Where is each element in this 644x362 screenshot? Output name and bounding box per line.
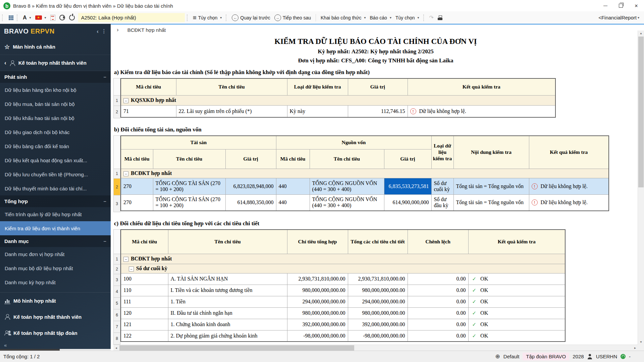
- sidebar-item-ke-toan-thanh-vien[interactable]: Kế toán hợp nhất thành viên: [0, 309, 111, 325]
- scroll-left-arrow[interactable]: ◄: [113, 345, 119, 351]
- cell-content[interactable]: Tổng tài sản = Tổng nguồn vốn: [453, 178, 529, 194]
- sidebar-item-khau-hao-tai-san[interactable]: Dữ liệu khấu hao tài sản nội bộ: [0, 111, 111, 125]
- sidebar-item-bang-can-doi[interactable]: Dữ liệu bảng cân đối kế toán: [0, 139, 111, 153]
- cell-result[interactable]: Dữ liệu không hợp lệ.: [408, 105, 555, 117]
- share-button[interactable]: [427, 13, 436, 22]
- collapse-box-icon[interactable]: −: [123, 257, 128, 262]
- cell-asset-value[interactable]: 614,880,350,000: [225, 194, 276, 211]
- table-row[interactable]: 110 I. Tiền và các khoản tương đương tiề…: [121, 285, 565, 296]
- cell-code[interactable]: 111: [121, 296, 168, 307]
- cell-value[interactable]: 112,746.15: [348, 105, 408, 117]
- vertical-scrollbar[interactable]: ▲ ▼: [638, 31, 644, 345]
- cell-name[interactable]: 1. Tiền: [168, 296, 287, 307]
- sidebar-menu-icon[interactable]: [102, 28, 107, 35]
- group-row-bcdkt[interactable]: −BCĐKT hợp nhất: [121, 169, 609, 178]
- toolbar-drag-handle[interactable]: [423, 14, 425, 21]
- cell-result[interactable]: OK: [468, 273, 565, 285]
- sidebar-collapse-button[interactable]: «: [0, 341, 111, 349]
- cell-diff[interactable]: 0.00: [408, 330, 468, 342]
- cell-code[interactable]: 122: [121, 330, 168, 342]
- cell-result[interactable]: OK: [468, 285, 565, 296]
- cell-diff[interactable]: 0.00: [408, 319, 468, 330]
- horizontal-scroll-thumb[interactable]: [119, 345, 354, 351]
- cell-detail[interactable]: 980,000,000,000.00: [348, 307, 408, 319]
- table-row[interactable]: 270 TỔNG CỘNG TÀI SẢN (270 = 100 + 200) …: [121, 194, 609, 211]
- back-button[interactable]: Quay lại trước: [230, 13, 272, 22]
- unit-selector-field[interactable]: [78, 13, 185, 22]
- cell-detail[interactable]: 980,000,000,000.00: [348, 285, 408, 296]
- sidebar-item-thuyet-minh[interactable]: Dữ liệu thuyết minh báo cáo tài chí...: [0, 181, 111, 195]
- sidebar-item-mua-ban-tai-san[interactable]: Dữ liệu mua, bán tài sản nội bộ: [0, 97, 111, 111]
- cell-name[interactable]: A. TÀI SẢN NGẮN HẠN: [168, 273, 287, 285]
- horizontal-scrollbar[interactable]: ◄ ►: [113, 345, 638, 351]
- toolbar-drag-handle[interactable]: [187, 14, 189, 21]
- status-company[interactable]: Tập đoàn BRAVO: [523, 353, 569, 360]
- formula-menu-button[interactable]: Khai báo công thức: [319, 13, 368, 22]
- sidebar-item-danh-muc-don-vi[interactable]: Danh mục đơn vị hợp nhất: [0, 247, 111, 261]
- collapse-minus-icon[interactable]: −: [103, 74, 106, 80]
- report-menu-button[interactable]: Báo cáo: [368, 13, 393, 22]
- cell-result[interactable]: Dữ liệu không hợp lệ.: [529, 194, 609, 211]
- cell-content[interactable]: Tổng tài sản = Tổng nguồn vốn: [453, 194, 529, 211]
- table-row[interactable]: 120 II. Đầu tư tài chính ngắn hạn 980,00…: [121, 307, 565, 319]
- status-username[interactable]: USERHN: [596, 354, 617, 359]
- table-row[interactable]: 122 2. Dự phòng giảm giá chứng khoán kin…: [121, 330, 565, 342]
- sidebar-group-tong-hop[interactable]: Tổng hợp −: [0, 195, 111, 207]
- cell-result[interactable]: OK: [468, 330, 565, 342]
- sidebar-item-personal-screen[interactable]: Màn hình cá nhân: [0, 39, 111, 55]
- sidebar-item-danh-muc-bo-du-lieu[interactable]: Danh mục bộ dữ liệu hợp nhất: [0, 261, 111, 275]
- cell-name[interactable]: I. Tiền và các khoản tương đương tiền: [168, 285, 287, 296]
- toolbar-drag-handle[interactable]: [17, 14, 19, 21]
- cell-total[interactable]: 980,000,000,000.00: [287, 285, 348, 296]
- cell-capital-value-selected[interactable]: 6,835,533,273,581: [384, 178, 431, 194]
- status-fiscal-year[interactable]: 2028: [573, 354, 584, 359]
- cell-result[interactable]: OK: [468, 296, 565, 307]
- cell-asset-code[interactable]: 270: [121, 194, 153, 211]
- cell-diff[interactable]: 0.00: [408, 307, 468, 319]
- table-row[interactable]: 71 22. Lãi suy giảm trên cổ phiếu (*) Kỳ…: [121, 105, 555, 117]
- scroll-up-arrow[interactable]: ▲: [638, 31, 644, 36]
- sidebar-item-ban-hang-ton-kho[interactable]: Dữ liệu bán hàng tồn kho nội bộ: [0, 83, 111, 97]
- collapse-minus-icon[interactable]: −: [103, 198, 106, 204]
- cell-code[interactable]: 110: [121, 285, 168, 296]
- cell-detail[interactable]: 294,000,000,000.00: [348, 296, 408, 307]
- cell-name[interactable]: 22. Lãi suy giảm trên cổ phiếu (*): [176, 105, 287, 117]
- group-row-kqsxkd[interactable]: −KQSXKD hợp nhất: [121, 95, 555, 105]
- language-button[interactable]: [33, 13, 48, 22]
- cell-total[interactable]: -98,000,000,000.00: [287, 330, 348, 342]
- cell-total[interactable]: 2,930,731,810,000.00: [287, 273, 348, 285]
- sidebar-item-giao-dich-noi-bo[interactable]: Dữ liệu giao dịch nội bộ khác: [0, 125, 111, 139]
- table-row[interactable]: 100 A. TÀI SẢN NGẮN HẠN 2,930,731,810,00…: [121, 273, 565, 285]
- next-button[interactable]: Tiếp theo sau: [272, 13, 313, 22]
- report-type-selector[interactable]: <FinancialReport: [598, 15, 644, 20]
- cell-asset-value[interactable]: 6,823,028,948,000: [225, 178, 276, 194]
- apps-grid-icon[interactable]: [9, 15, 10, 17]
- options2-menu-button[interactable]: Tùy chọn: [393, 13, 421, 22]
- status-environment[interactable]: Default: [503, 354, 520, 359]
- sidebar-item-danh-muc-ky[interactable]: Danh mục kỳ hợp nhất: [0, 275, 111, 289]
- cell-capital-code[interactable]: 440: [276, 178, 310, 194]
- font-button[interactable]: [21, 13, 33, 22]
- table-row[interactable]: 121 1. Chứng khoán kinh doanh 392,000,00…: [121, 319, 565, 330]
- cell-name[interactable]: 2. Dự phòng giảm giá chứng khoán kinh: [168, 330, 287, 342]
- cell-total[interactable]: 392,000,000,000.00: [287, 319, 348, 330]
- table-row[interactable]: 111 1. Tiền 294,000,000,000.00 294,000,0…: [121, 296, 565, 307]
- power-button[interactable]: [67, 13, 77, 22]
- scroll-down-arrow[interactable]: ▼: [638, 339, 644, 345]
- sidebar-item-ket-qua-hoat-dong[interactable]: Dữ liệu kết quả hoạt động sản xuất...: [0, 153, 111, 167]
- restore-button[interactable]: [613, 0, 629, 11]
- cell-asset-code[interactable]: 270: [121, 178, 153, 194]
- cell-name[interactable]: II. Đầu tư tài chính ngắn hạn: [168, 307, 287, 319]
- minimize-button[interactable]: [598, 0, 613, 11]
- cell-diff[interactable]: 0.00: [408, 296, 468, 307]
- cell-capital-code[interactable]: 440: [276, 194, 310, 211]
- export-pdf-button[interactable]: [48, 13, 57, 22]
- cell-result[interactable]: Dữ liệu không hợp lệ.: [529, 178, 609, 194]
- cell-detail[interactable]: 2,930,731,810,000.00: [348, 273, 408, 285]
- sidebar-item-ke-toan-tap-doan[interactable]: Kế toán hợp nhất tập đoàn: [0, 325, 111, 341]
- cell-result[interactable]: OK: [468, 319, 565, 330]
- cell-total[interactable]: 294,000,000,000.00: [287, 296, 348, 307]
- cell-detail[interactable]: -98,000,000,000.00: [348, 330, 408, 342]
- options-menu-button[interactable]: Tùy chọn: [191, 13, 224, 22]
- cell-code[interactable]: 120: [121, 307, 168, 319]
